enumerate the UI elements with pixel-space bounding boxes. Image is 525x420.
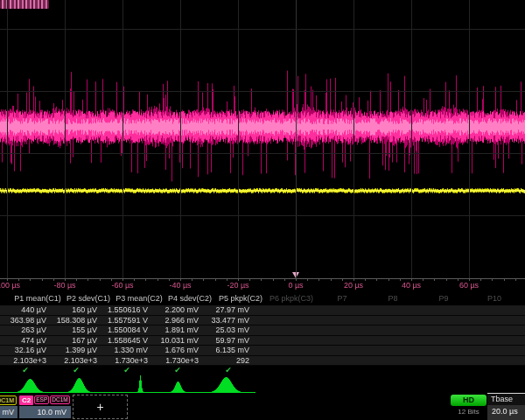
axis-minor-tick <box>515 278 516 281</box>
axis-minor-tick <box>400 278 401 281</box>
time-axis-label: 0 µs <box>288 281 303 290</box>
measure-value: 263 µV <box>0 326 51 335</box>
measure-param-header[interactable]: P4 sdev(C2) <box>164 294 215 304</box>
axis-minor-tick <box>284 278 285 281</box>
c2-descriptor-top-row: C2 ESP DC1M <box>19 395 71 405</box>
measure-param-header[interactable]: P6 pkpk(C3) <box>266 294 317 304</box>
measure-value: 1.730e+3 <box>102 356 152 366</box>
measure-value: 1.550084 V <box>102 326 152 335</box>
axis-minor-tick <box>192 278 192 281</box>
axis-minor-tick <box>158 278 158 281</box>
axis-minor-tick <box>42 278 43 281</box>
gridline-horizontal <box>0 29 525 30</box>
hd-mode-badge[interactable]: HD <box>451 395 486 406</box>
measure-ok-check-icon: ✔ <box>102 366 152 375</box>
measure-value: 440 µV <box>0 305 51 315</box>
measure-value: 1.558645 V <box>102 336 152 346</box>
measure-ok-check-icon: ✔ <box>203 366 254 375</box>
measure-ok-check-icon: ✔ <box>152 366 203 375</box>
measure-param-header[interactable]: P3 mean(C2) <box>114 294 164 304</box>
gridline-horizontal <box>0 153 525 154</box>
histicon-strip <box>0 375 525 395</box>
channel-c2-descriptor[interactable]: C2 ESP DC1M 10.0 mV <box>19 395 71 420</box>
plus-icon: + <box>96 400 103 414</box>
measure-ok-check-icon: ✔ <box>51 366 102 375</box>
measure-ok-check-icon: ✔ <box>0 366 51 375</box>
timebase-value: 20.0 µs <box>487 405 525 420</box>
measure-value: 292 <box>203 356 254 366</box>
time-axis-label: -100 µs <box>0 281 20 290</box>
hd-bits-label: 12 Bits <box>448 408 489 416</box>
measure-value: 1.550616 V <box>102 305 152 315</box>
measure-value: 474 µV <box>0 336 51 346</box>
axis-minor-tick <box>492 278 493 281</box>
add-trace-button[interactable]: + <box>73 395 128 419</box>
measure-value: 6.135 mV <box>203 346 254 355</box>
measure-table: P1 mean(C1)P2 sdev(C1)P3 mean(C2)P4 sdev… <box>0 294 525 375</box>
measure-value: 158.308 µV <box>51 316 102 326</box>
axis-minor-tick <box>261 278 262 281</box>
gridline-vertical <box>411 0 412 278</box>
measure-value: 25.03 mV <box>203 326 254 335</box>
axis-minor-tick <box>134 278 135 281</box>
channel-c1-descriptor[interactable]: DC1M 0 mV <box>0 395 18 420</box>
measure-param-header[interactable]: P1 mean(C1) <box>12 294 63 304</box>
gridline-vertical <box>238 0 239 278</box>
oscilloscope-screen: -100 µs-80 µs-60 µs-40 µs-20 µs0 µs20 µs… <box>0 0 525 420</box>
gridline-vertical <box>469 0 470 278</box>
measure-param-header[interactable]: P7 <box>317 294 368 304</box>
axis-minor-tick <box>30 278 31 281</box>
measure-value: 1.891 mV <box>152 326 203 335</box>
time-axis-label: -40 µs <box>169 281 191 290</box>
gridline-horizontal <box>0 215 525 216</box>
measure-stat-row: 2.103e+32.103e+31.730e+31.730e+3292 <box>0 356 525 367</box>
time-axis-label: -80 µs <box>53 281 75 290</box>
axis-minor-tick <box>446 278 447 281</box>
axis-minor-tick <box>100 278 101 281</box>
axis-minor-tick <box>318 278 319 281</box>
gridline-horizontal <box>0 91 525 92</box>
measure-param-header[interactable]: P8 <box>368 294 418 304</box>
axis-minor-tick <box>480 278 481 281</box>
measure-value: 1.557591 V <box>102 316 152 326</box>
time-axis-label: -60 µs <box>111 281 133 290</box>
waveform-canvas <box>0 0 525 290</box>
axis-minor-tick <box>249 278 250 281</box>
measure-table-header: P1 mean(C1)P2 sdev(C1)P3 mean(C2)P4 sdev… <box>12 294 525 304</box>
measure-value: 1.730e+3 <box>152 356 203 366</box>
measure-param-header[interactable]: P9 <box>418 294 469 304</box>
measure-value: 2.103e+3 <box>0 356 51 366</box>
measure-stat-row: 474 µV167 µV1.558645 V10.031 mV59.97 mV <box>0 336 525 346</box>
axis-minor-tick <box>307 278 308 281</box>
measure-table-rows: 440 µV160 µV1.550616 V2.200 mV27.97 mV36… <box>0 305 525 366</box>
measure-status-row: ✔✔✔✔✔ <box>0 366 525 375</box>
axis-minor-tick <box>88 278 88 281</box>
measure-stat-row: 32.16 µV1.399 µV1.330 mV1.676 mV6.135 mV <box>0 346 525 356</box>
c2-vdiv-value: 10.0 mV <box>19 406 71 418</box>
measure-value: 160 µV <box>51 305 102 315</box>
c2-coupling-badge: DC1M <box>50 396 69 404</box>
axis-minor-tick <box>376 278 377 281</box>
grid-area: -100 µs-80 µs-60 µs-40 µs-20 µs0 µs20 µs… <box>0 0 525 290</box>
timebase-title: Tbase <box>487 394 525 405</box>
measure-value: 1.330 mV <box>102 346 152 355</box>
axis-minor-tick <box>145 278 146 281</box>
axis-minor-tick <box>423 278 424 281</box>
axis-minor-tick <box>215 278 216 281</box>
measure-param-header[interactable]: P11 <box>520 294 525 304</box>
gridline-vertical <box>65 0 66 278</box>
axis-minor-tick <box>434 278 435 281</box>
measure-param-header[interactable]: P10 <box>469 294 520 304</box>
measure-stat-row: 263 µV155 µV1.550084 V1.891 mV25.03 mV <box>0 326 525 336</box>
measure-param-header[interactable]: P5 pkpk(C2) <box>215 294 266 304</box>
measure-value: 27.97 mV <box>203 305 254 315</box>
time-axis-label: 20 µs <box>344 281 363 290</box>
measure-stat-row: 363.98 µV158.308 µV1.557591 V2.966 mV33.… <box>0 316 525 326</box>
axis-minor-tick <box>388 278 389 281</box>
gridline-vertical <box>122 0 123 278</box>
axis-minor-tick <box>273 278 274 281</box>
measure-param-header[interactable]: P2 sdev(C1) <box>63 294 114 304</box>
c1-vdiv-value: 0 mV <box>0 406 18 418</box>
measure-value: 1.399 µV <box>51 346 102 355</box>
timebase-descriptor[interactable]: Tbase 20.0 µs <box>487 393 525 420</box>
